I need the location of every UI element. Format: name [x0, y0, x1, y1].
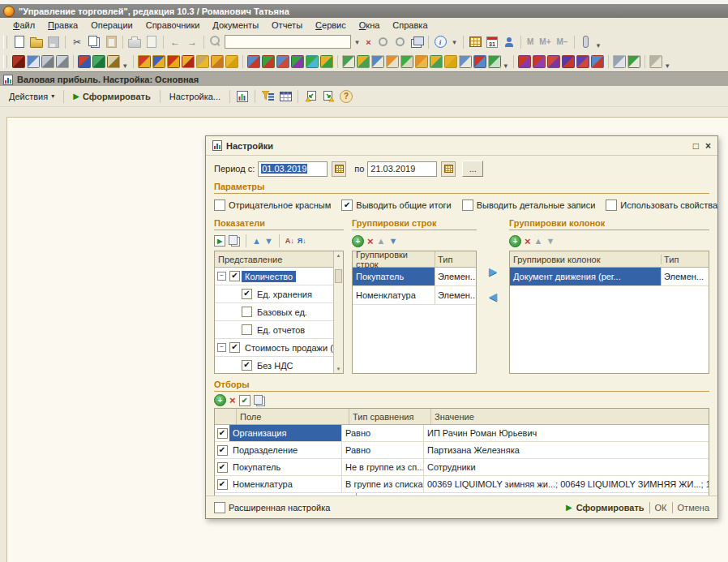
delete-icon[interactable]: × — [525, 236, 531, 247]
period-to-calendar-button[interactable] — [441, 161, 456, 177]
move-down-button[interactable]: ▼ — [388, 237, 397, 246]
report-variant-button[interactable] — [234, 88, 251, 104]
toolbar-overflow-icon[interactable]: ▾ — [664, 62, 671, 70]
tree-expander-icon[interactable]: − — [217, 343, 226, 352]
open-button[interactable] — [28, 34, 45, 49]
toolbar-button-icon[interactable] — [306, 55, 319, 68]
toolbar-button-icon[interactable] — [613, 55, 626, 68]
checkbox-icon[interactable]: ✔ — [229, 342, 240, 353]
indicator-row[interactable]: −✔Количество — [215, 268, 334, 285]
toolbar-overflow-icon[interactable]: ▾ — [595, 41, 602, 49]
generate-button[interactable]: ▶ Сформировать — [68, 90, 156, 103]
toolbar-button-icon[interactable] — [167, 55, 180, 68]
delete-icon[interactable]: × — [229, 395, 236, 405]
toolbar-button-icon[interactable] — [649, 55, 662, 68]
save-values-button[interactable] — [302, 88, 319, 104]
toolbar-button-icon[interactable] — [247, 55, 260, 68]
cut-button[interactable]: ✂ — [69, 34, 85, 49]
menu-item-file[interactable]: Файл — [6, 19, 41, 31]
toolbar-button-icon[interactable] — [56, 55, 69, 68]
tree-expander-icon[interactable]: − — [217, 272, 226, 281]
settings-button[interactable]: Настройка... — [165, 90, 225, 103]
toolbar-button-icon[interactable] — [320, 55, 333, 68]
toolbar-button-icon[interactable] — [576, 55, 589, 68]
toolbar-button-icon[interactable] — [78, 55, 91, 68]
clip-tool-button[interactable] — [578, 34, 594, 49]
toolbar-button-icon[interactable] — [533, 55, 546, 68]
menu-item-edit[interactable]: Правка — [41, 19, 84, 31]
scroll-down-icon[interactable]: ▼ — [334, 367, 343, 371]
windows-button[interactable] — [409, 34, 425, 49]
redo-button[interactable]: → — [184, 34, 200, 49]
checkbox-cell[interactable]: ✔ — [215, 425, 229, 441]
check-all-icon[interactable]: ✔ — [239, 395, 251, 406]
advanced-settings-checkbox[interactable]: Расширенная настройка — [214, 502, 330, 513]
menu-item-reports[interactable]: Отчеты — [265, 19, 309, 31]
move-up-button[interactable]: ▲ — [534, 237, 543, 246]
paste-button[interactable] — [103, 34, 119, 49]
new-document-button[interactable] — [11, 34, 28, 49]
move-up-button[interactable]: ▲ — [252, 237, 261, 246]
generate-button-footer[interactable]: ▶ Сформировать — [566, 503, 644, 513]
find-prev-button[interactable] — [392, 34, 408, 49]
toolbar-button-icon[interactable] — [152, 55, 165, 68]
calendar-tool-button[interactable]: 31 — [484, 34, 500, 49]
ok-button[interactable]: ОК — [655, 503, 667, 513]
move-up-button[interactable]: ▲ — [377, 237, 386, 246]
param-checkbox[interactable]: Выводить детальные записи — [462, 199, 596, 211]
filter-row[interactable]: ✔НоменклатураВ группе из списка00369 LIQ… — [215, 476, 709, 493]
vertical-scrollbar[interactable]: ▲ ▼ — [333, 251, 343, 373]
toolbar-button-icon[interactable] — [342, 55, 355, 68]
memory-plus-button[interactable]: M+ — [537, 37, 553, 46]
search-clear-button[interactable]: × — [363, 35, 374, 49]
user-tool-button[interactable] — [501, 34, 517, 49]
undo-button[interactable]: ← — [167, 34, 183, 49]
memory-minus-button[interactable]: M− — [555, 37, 571, 46]
search-input[interactable] — [225, 35, 351, 49]
checkbox-cell[interactable]: ✔ — [215, 442, 229, 458]
checkbox-cell[interactable]: ✔ — [215, 476, 229, 492]
indicator-row[interactable]: ✔Ед. хранения — [215, 285, 334, 303]
table-tool-button[interactable] — [467, 34, 483, 49]
toolbar-button-icon[interactable] — [27, 55, 40, 68]
checkbox-icon[interactable] — [242, 307, 252, 317]
toolbar-button-icon[interactable] — [12, 55, 25, 68]
toolbar-grip[interactable] — [3, 36, 7, 49]
info-dropdown-button[interactable]: ▾ — [449, 35, 460, 49]
move-down-button[interactable]: ▼ — [264, 237, 273, 246]
table-settings-button[interactable] — [277, 88, 293, 104]
scroll-up-icon[interactable]: ▲ — [334, 253, 343, 258]
checkbox-cell[interactable]: ✔ — [215, 459, 229, 475]
param-checkbox[interactable]: Отрицательное красным — [214, 199, 331, 211]
toolbar-button-icon[interactable] — [276, 55, 289, 68]
toolbar-button-icon[interactable] — [488, 55, 501, 68]
close-icon[interactable]: × — [705, 140, 711, 152]
menu-item-windows[interactable]: Окна — [353, 19, 387, 31]
toolbar-button-icon[interactable] — [473, 55, 486, 68]
info-button[interactable]: i — [432, 34, 448, 49]
toolbar-button-icon[interactable] — [415, 55, 428, 68]
checkbox-icon[interactable]: ✔ — [242, 289, 252, 299]
group-row[interactable]: Документ движения (рег...Элемен... — [510, 268, 709, 286]
toolbar-button-icon[interactable] — [92, 55, 105, 68]
toolbar-button-icon[interactable] — [211, 55, 224, 68]
indicator-row[interactable]: −✔Стоимость продажи (руб.) — [215, 339, 334, 357]
print-button[interactable] — [126, 34, 143, 49]
actions-menu-button[interactable]: Действия ▾ — [4, 90, 59, 103]
toolbar-button-icon[interactable] — [107, 55, 120, 68]
find-next-button[interactable] — [375, 34, 391, 49]
toolbar-button-icon[interactable] — [357, 55, 370, 68]
param-checkbox[interactable]: ✔Выводить общие итоги — [341, 199, 451, 211]
indicator-row[interactable]: Ед. отчетов — [215, 321, 334, 339]
menu-item-service[interactable]: Сервис — [309, 19, 353, 31]
toolbar-button-icon[interactable] — [627, 55, 640, 68]
toolbar-button-icon[interactable] — [400, 55, 413, 68]
toolbar-grip[interactable] — [3, 55, 7, 68]
toolbar-button-icon[interactable] — [182, 55, 195, 68]
toolbar-button-icon[interactable] — [225, 55, 238, 68]
indicator-row[interactable]: ✔Без НДС — [215, 357, 334, 374]
move-down-button[interactable]: ▼ — [546, 237, 555, 246]
check-all-button[interactable]: ▶ — [214, 235, 225, 247]
toolbar-button-icon[interactable] — [430, 55, 443, 68]
move-right-button[interactable]: ▶ — [489, 265, 497, 277]
